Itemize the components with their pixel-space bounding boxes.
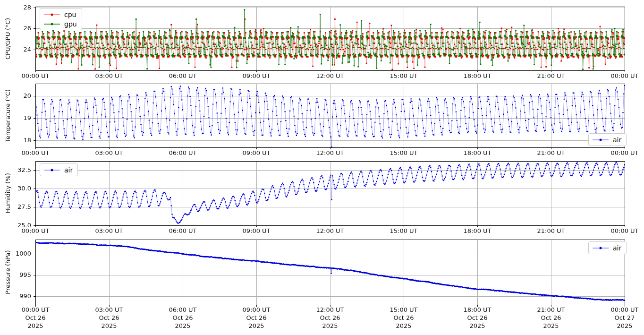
xtick-label: 18:00 UT [463, 149, 491, 156]
cpu-line-sample-icon [44, 13, 60, 17]
environment-monitor-figure: CPU/GPU (°C) Temperature (°C) Humidity (… [0, 0, 644, 335]
ylabel-cpu-gpu: CPU/GPU (°C) [4, 18, 11, 60]
xtick-label: 21:00 UT [537, 306, 565, 313]
xtick-date-label: Oct 26 [246, 314, 266, 321]
xtick-label: 00:00 UT [21, 72, 49, 79]
xtick-date-label: Oct 26 [25, 314, 45, 321]
legend-entry-air-pressure: air [593, 243, 621, 252]
ytick-label-humidity: 27.5 [0, 203, 31, 210]
xtick-label: 15:00 UT [390, 72, 417, 79]
ytick-label-pressure: 1000 [0, 250, 31, 257]
legend-label-air-temp: air [613, 136, 621, 144]
legend-label-cpu: cpu [64, 11, 76, 18]
xtick-label: 12:00 UT [316, 306, 344, 313]
xtick-label: 00:00 UT [610, 72, 638, 79]
xtick-label: 15:00 UT [390, 227, 417, 234]
xtick-date-label: 2025 [469, 322, 485, 329]
legend-label-air-humidity: air [64, 166, 73, 174]
charts-canvas [0, 0, 644, 335]
xtick-label: 00:00 UT [610, 149, 638, 156]
legend-label-air-pressure: air [613, 244, 621, 252]
xtick-label: 06:00 UT [169, 306, 196, 313]
xtick-label: 06:00 UT [169, 149, 196, 156]
xtick-label: 12:00 UT [316, 149, 344, 156]
legend-cpu-gpu: cpu gpu [40, 8, 82, 30]
legend-entry-gpu: gpu [44, 19, 77, 28]
xtick-date-label: 2025 [27, 322, 43, 329]
xtick-date-label: 2025 [322, 322, 338, 329]
ytick-label-temperature: 18 [0, 137, 31, 144]
xtick-date-label: 2025 [175, 322, 190, 329]
ytick-label-cpu-gpu: 26 [0, 25, 31, 32]
xtick-label: 03:00 UT [95, 306, 123, 313]
xtick-label: 12:00 UT [316, 227, 344, 234]
xtick-label: 21:00 UT [537, 72, 565, 79]
gpu-line-sample-icon [44, 22, 60, 26]
ytick-label-temperature: 19 [0, 114, 31, 121]
xtick-label: 09:00 UT [242, 72, 270, 79]
xtick-date-label: 2025 [396, 322, 411, 329]
xtick-date-label: 2025 [617, 322, 632, 329]
ytick-label-humidity: 32.5 [0, 166, 31, 173]
xtick-label: 03:00 UT [95, 227, 123, 234]
xtick-label: 18:00 UT [463, 72, 491, 79]
xtick-date-label: Oct 26 [320, 314, 340, 321]
xtick-label: 12:00 UT [316, 72, 344, 79]
xtick-label: 09:00 UT [242, 227, 270, 234]
xtick-date-label: Oct 26 [393, 314, 414, 321]
xtick-label: 06:00 UT [169, 72, 196, 79]
ytick-label-cpu-gpu: 28 [0, 4, 31, 11]
xtick-label: 09:00 UT [242, 306, 270, 313]
legend-entry-cpu: cpu [44, 10, 77, 19]
legend-entry-air-temp: air [593, 135, 621, 144]
xtick-label: 00:00 UT [610, 306, 638, 313]
air-temp-line-sample-icon [593, 138, 609, 142]
xtick-date-label: Oct 26 [99, 314, 119, 321]
xtick-label: 15:00 UT [390, 149, 417, 156]
ytick-label-pressure: 990 [0, 292, 31, 300]
ytick-label-temperature: 20 [0, 92, 31, 99]
xtick-date-label: Oct 27 [614, 314, 635, 321]
ytick-label-cpu-gpu: 24 [0, 46, 31, 53]
xtick-label: 18:00 UT [463, 306, 491, 313]
ytick-label-humidity: 30.0 [0, 185, 31, 192]
xtick-label: 15:00 UT [390, 306, 417, 313]
xtick-label: 00:00 UT [21, 306, 49, 313]
xtick-label: 03:00 UT [95, 149, 123, 156]
legend-entry-air-humidity: air [44, 165, 73, 174]
air-pressure-line-sample-icon [593, 246, 609, 250]
xtick-date-label: 2025 [101, 322, 117, 329]
xtick-label: 00:00 UT [610, 227, 638, 234]
xtick-date-label: Oct 26 [541, 314, 561, 321]
legend-temperature: air [588, 133, 627, 146]
ytick-label-pressure: 995 [0, 271, 31, 278]
xtick-label: 00:00 UT [21, 149, 49, 156]
air-humidity-line-sample-icon [44, 168, 60, 172]
xtick-label: 21:00 UT [537, 227, 565, 234]
xtick-date-label: 2025 [543, 322, 559, 329]
legend-label-gpu: gpu [64, 20, 77, 28]
legend-pressure: air [588, 241, 627, 254]
xtick-date-label: 2025 [248, 322, 264, 329]
xtick-date-label: Oct 26 [172, 314, 193, 321]
xtick-label: 21:00 UT [537, 149, 565, 156]
legend-humidity: air [40, 163, 78, 176]
xtick-label: 00:00 UT [21, 227, 49, 234]
xtick-label: 09:00 UT [242, 149, 270, 156]
xtick-label: 03:00 UT [95, 72, 123, 79]
xtick-label: 18:00 UT [463, 227, 491, 234]
xtick-date-label: Oct 26 [467, 314, 487, 321]
xtick-label: 06:00 UT [169, 227, 196, 234]
